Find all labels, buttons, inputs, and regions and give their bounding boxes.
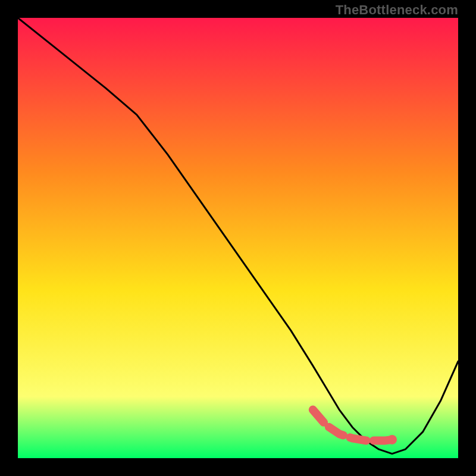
watermark-text: TheBottleneck.com (336, 2, 458, 18)
chart-plot-area (18, 18, 458, 458)
highlight-dot (387, 435, 397, 444)
chart-svg (18, 18, 458, 458)
gradient-background (18, 18, 458, 458)
